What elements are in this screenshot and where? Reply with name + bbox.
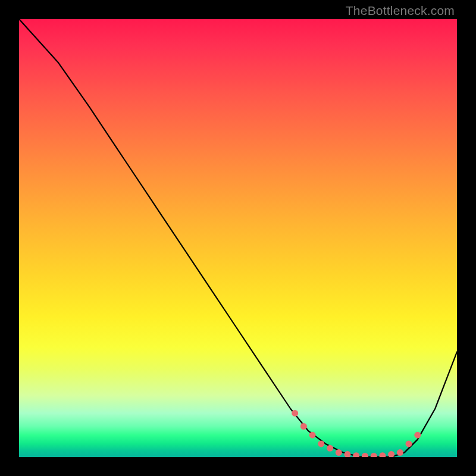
highlight-marker: [336, 449, 342, 456]
highlight-marker: [309, 432, 316, 439]
highlight-marker: [379, 452, 386, 457]
highlight-marker: [406, 440, 412, 447]
watermark-text: TheBottleneck.com: [346, 4, 455, 18]
highlight-marker: [414, 432, 421, 439]
bottleneck-curve: [19, 19, 457, 457]
highlight-marker: [345, 451, 351, 457]
highlight-marker: [362, 453, 368, 457]
highlight-marker: [327, 445, 333, 452]
highlight-marker: [300, 423, 307, 430]
highlight-marker: [318, 440, 324, 447]
marker-group: [292, 410, 421, 457]
curve-svg: [19, 19, 457, 457]
highlight-marker: [397, 449, 403, 456]
highlight-marker: [292, 410, 298, 416]
highlight-marker: [388, 451, 394, 457]
plot-area: [19, 19, 457, 457]
highlight-marker: [353, 452, 359, 457]
chart-frame: TheBottleneck.com: [0, 0, 476, 476]
highlight-marker: [371, 453, 377, 457]
